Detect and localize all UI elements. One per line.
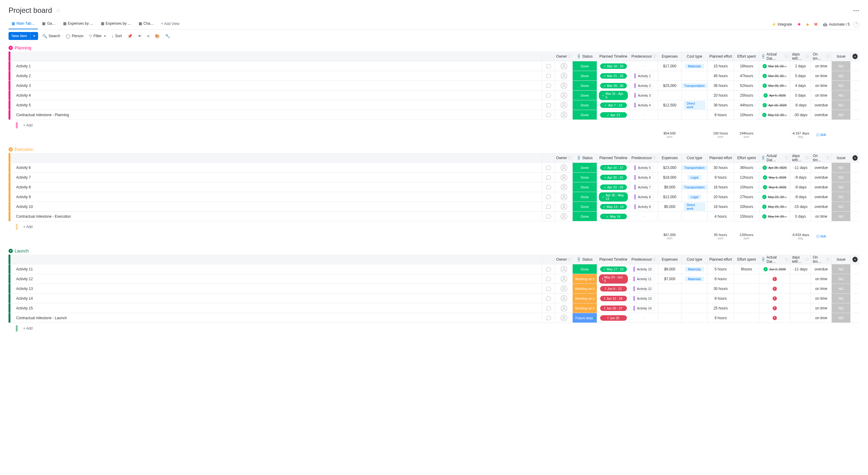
status-cell[interactable]: Done — [572, 182, 597, 192]
predecessor-pill[interactable]: Activity 1 — [634, 73, 653, 78]
on-time-cell[interactable]: on time — [811, 212, 831, 221]
timeline-cell[interactable]: Apr 13 — [597, 110, 630, 120]
timeline-cell[interactable]: May 24 - Jun 5 — [597, 274, 630, 284]
col-cost-type[interactable]: Cost type — [681, 52, 707, 61]
days-left-cell[interactable]: -30 days — [790, 110, 811, 120]
effort-spent-cell[interactable] — [734, 294, 759, 303]
cost-type-cell[interactable] — [681, 303, 707, 313]
cost-type-pill[interactable]: Direct work — [684, 202, 705, 211]
item-name[interactable]: Activity 4 — [10, 91, 542, 100]
col-owner[interactable]: Ownerⓘ — [555, 52, 572, 61]
item-name[interactable]: Activity 2 — [10, 71, 542, 81]
star-icon[interactable]: ☆ — [56, 7, 61, 14]
effort-spent-cell[interactable] — [734, 284, 759, 293]
effort-spent-cell[interactable] — [734, 274, 759, 284]
timeline-cell[interactable]: Jun 6 - 12 — [597, 284, 630, 293]
effort-spent-cell[interactable]: 25hours — [734, 91, 759, 100]
pin-icon[interactable]: 📌 — [126, 33, 133, 40]
group-name[interactable]: Planning — [14, 46, 31, 50]
item-name[interactable]: Activity 8 — [10, 182, 542, 192]
col-planned-effort[interactable]: Planned effort — [707, 255, 734, 264]
col-cost-type[interactable]: Cost type — [681, 255, 707, 264]
expenses-cell[interactable]: $9,000 — [658, 264, 681, 274]
on-time-cell[interactable]: on time — [811, 71, 831, 81]
table-row[interactable]: Activity 15 Working on it Jun 20 - 27 Ac… — [8, 303, 860, 313]
cost-type-cell[interactable] — [681, 294, 707, 303]
predecessor-pill[interactable]: Activity 6 — [634, 175, 653, 180]
days-left-cell[interactable]: 0 days — [790, 91, 811, 100]
planned-effort-cell[interactable]: 16 hours — [707, 182, 734, 192]
col-cost-type[interactable]: Cost type — [681, 153, 707, 162]
planned-effort-cell[interactable]: 9 hours — [707, 313, 734, 323]
status-cell[interactable]: Done — [572, 91, 597, 100]
search-button[interactable]: 🔍Search — [41, 33, 62, 40]
collapse-up-icon[interactable]: ⌃ — [854, 21, 860, 27]
on-time-cell[interactable]: overdue — [811, 202, 831, 211]
predecessor-pill[interactable]: Activity 7 — [634, 185, 653, 190]
days-left-cell[interactable] — [790, 274, 811, 284]
col-status[interactable]: 🔗Status — [572, 255, 597, 264]
height-icon[interactable]: ≡ — [146, 33, 151, 40]
more-icon[interactable]: ⋯ — [853, 7, 860, 14]
predecessor-cell[interactable]: Activity 10 — [630, 264, 658, 274]
days-left-cell[interactable]: 5 days — [790, 71, 811, 81]
predecessor-cell[interactable]: Activity 6 — [630, 173, 658, 182]
cost-type-cell[interactable]: Transportation — [681, 182, 707, 192]
chat-button[interactable] — [542, 173, 555, 182]
timeline-cell[interactable]: Mar 31 - Apr 5 — [597, 91, 630, 100]
item-name[interactable]: Activity 9 — [10, 192, 542, 202]
table-row[interactable]: Activity 10 Done May 13 - 14 Activity 9 … — [8, 202, 860, 212]
filter-button[interactable]: ▽Filter ▼ — [88, 33, 107, 40]
effort-spent-cell[interactable]: 47hours — [734, 71, 759, 81]
predecessor-cell[interactable]: Activity 13 — [630, 294, 658, 303]
planned-effort-cell[interactable]: 9 hours — [707, 173, 734, 182]
automate-button[interactable]: 🤖 Automate / 5 — [821, 21, 851, 28]
view-tab-0[interactable]: ▦Main Tab… — [8, 20, 38, 29]
col-expenses[interactable]: Expenses — [658, 255, 681, 264]
cost-type-cell[interactable] — [681, 284, 707, 293]
col-issue[interactable]: Issue — [831, 255, 850, 264]
cost-type-pill[interactable]: Materials — [685, 276, 704, 281]
owner-cell[interactable] — [555, 100, 572, 110]
chat-button[interactable] — [542, 202, 555, 211]
on-time-cell[interactable]: on time — [811, 294, 831, 303]
item-name[interactable]: Activity 15 — [10, 303, 542, 313]
days-left-cell[interactable]: -6 days — [790, 100, 811, 110]
col-expenses[interactable]: Expenses — [658, 52, 681, 61]
table-row[interactable]: Activity 3 Done Mar 28 - 30 Activity 2 $… — [8, 81, 860, 91]
col-predecessor[interactable]: Predecessorⓘ — [630, 255, 658, 264]
planned-effort-cell[interactable]: 6 hours — [707, 274, 734, 284]
planned-effort-cell[interactable]: 25 hours — [707, 303, 734, 313]
days-left-cell[interactable]: -9 days — [790, 182, 811, 192]
issue-cell[interactable]: NO — [831, 173, 850, 182]
chat-button[interactable] — [542, 71, 555, 81]
owner-cell[interactable] — [555, 91, 572, 100]
table-row[interactable]: Activity 11 Done May 17 - 22 Activity 10… — [8, 264, 860, 274]
col-timeline[interactable]: Planned Timeline — [597, 153, 630, 162]
add-item-button[interactable]: + Add — [8, 323, 860, 334]
expenses-cell[interactable]: $12,500 — [658, 100, 681, 110]
color-icon[interactable]: 🎨 — [154, 33, 161, 40]
table-row[interactable]: Activity 1 Done Mar 18 - 20 - $17,000 Ma… — [8, 61, 860, 71]
hide-icon[interactable]: 👁 — [136, 33, 143, 40]
chat-button[interactable] — [542, 274, 555, 284]
gmail-icon[interactable]: M — [812, 21, 819, 28]
effort-spent-cell[interactable]: 27hours — [734, 192, 759, 202]
expenses-cell[interactable] — [658, 313, 681, 323]
table-row[interactable]: Activity 8 Done Apr 23 - 29 Activity 7 $… — [8, 182, 860, 192]
days-left-cell[interactable]: -15 days — [790, 202, 811, 211]
expenses-cell[interactable] — [658, 284, 681, 293]
effort-spent-cell[interactable]: 6hours — [734, 264, 759, 274]
planned-effort-cell[interactable]: 16 hours — [707, 202, 734, 211]
effort-spent-cell[interactable] — [734, 313, 759, 323]
cost-type-cell[interactable] — [681, 71, 707, 81]
chat-button[interactable] — [542, 212, 555, 221]
timeline-cell[interactable]: Apr 14 - 17 — [597, 163, 630, 172]
expenses-cell[interactable]: $17,000 — [658, 61, 681, 71]
expenses-cell[interactable]: $25,000 — [658, 81, 681, 90]
chat-button[interactable] — [542, 284, 555, 293]
issue-cell[interactable]: NO — [831, 313, 850, 323]
expenses-cell[interactable]: $12,000 — [658, 192, 681, 202]
cost-type-cell[interactable]: Transportation — [681, 81, 707, 90]
cost-type-cell[interactable]: Direct work — [681, 202, 707, 211]
